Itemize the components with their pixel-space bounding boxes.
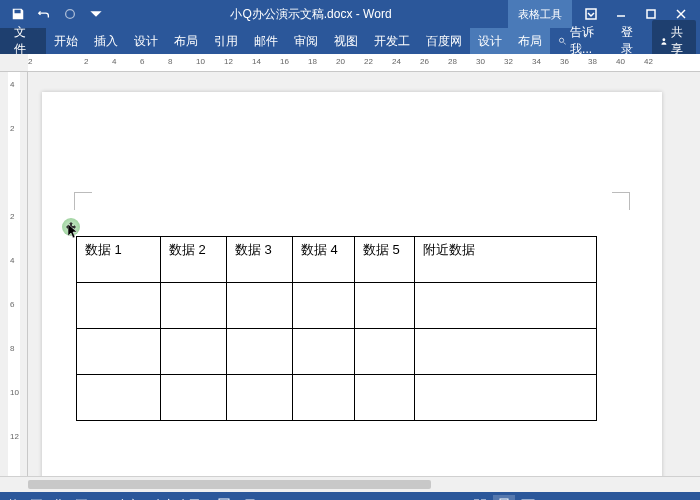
svg-line-6	[563, 42, 565, 44]
table-cell[interactable]	[227, 375, 293, 421]
print-layout-button[interactable]	[493, 495, 515, 500]
tab-references[interactable]: 引用	[206, 28, 246, 54]
table-cell[interactable]: 数据 1	[77, 237, 161, 283]
table-cell[interactable]	[355, 375, 415, 421]
vertical-scrollbar[interactable]	[684, 72, 700, 476]
tell-me-search[interactable]: 告诉我...	[550, 24, 611, 58]
status-bar: 第 1 页，共 1 页 19 个字 中文(中国) − + 100%	[0, 492, 700, 500]
horizontal-ruler[interactable]: 224681012141618202224262830323436384042	[0, 54, 700, 72]
tab-design[interactable]: 设计	[126, 28, 166, 54]
table-cell[interactable]	[293, 329, 355, 375]
horizontal-scrollbar[interactable]	[28, 477, 700, 492]
table-cell[interactable]	[161, 329, 227, 375]
vertical-ruler[interactable]: 4224681012	[0, 72, 28, 476]
view-buttons	[469, 495, 539, 500]
table-row	[77, 375, 597, 421]
table-cell[interactable]	[77, 329, 161, 375]
qat-dropdown[interactable]	[84, 2, 108, 26]
table-cell[interactable]	[293, 283, 355, 329]
svg-point-7	[663, 38, 666, 41]
tell-me-label: 告诉我...	[570, 24, 603, 58]
ribbon-tabs: 文件 开始 插入 设计 布局 引用 邮件 审阅 视图 开发工 百度网 设计 布局…	[0, 28, 700, 54]
scroll-thumb[interactable]	[28, 480, 431, 489]
table-cell[interactable]	[355, 283, 415, 329]
tab-view[interactable]: 视图	[326, 28, 366, 54]
svg-rect-2	[647, 10, 655, 18]
page[interactable]: 数据 1 数据 2 数据 3 数据 4 数据 5 附近数据	[42, 92, 662, 476]
tab-table-design[interactable]: 设计	[470, 28, 510, 54]
tab-baidu[interactable]: 百度网	[418, 28, 470, 54]
table-cell[interactable]: 附近数据	[415, 237, 597, 283]
tab-insert[interactable]: 插入	[86, 28, 126, 54]
minimize-button[interactable]	[606, 2, 636, 26]
page-indicator[interactable]: 第 1 页，共 1 页	[8, 497, 87, 501]
language-indicator[interactable]: 中文(中国)	[153, 497, 204, 501]
table-row: 数据 1 数据 2 数据 3 数据 4 数据 5 附近数据	[77, 237, 597, 283]
save-button[interactable]	[6, 2, 30, 26]
table-row	[77, 283, 597, 329]
table-cell[interactable]: 数据 5	[355, 237, 415, 283]
margin-corner-tr	[612, 192, 630, 210]
table-cell[interactable]: 数据 4	[293, 237, 355, 283]
table-cell[interactable]	[161, 375, 227, 421]
document-title: 小Q办公演示文稿.docx - Word	[114, 6, 508, 23]
tab-mailings[interactable]: 邮件	[246, 28, 286, 54]
tab-layout[interactable]: 布局	[166, 28, 206, 54]
tab-table-layout[interactable]: 布局	[510, 28, 550, 54]
table-cell[interactable]	[355, 329, 415, 375]
table-cell[interactable]	[415, 375, 597, 421]
file-tab[interactable]: 文件	[0, 28, 46, 54]
table-row	[77, 329, 597, 375]
table-cell[interactable]	[415, 283, 597, 329]
tab-review[interactable]: 审阅	[286, 28, 326, 54]
svg-point-5	[559, 38, 563, 42]
table-cell[interactable]	[161, 283, 227, 329]
table-cell[interactable]: 数据 3	[227, 237, 293, 283]
document-area[interactable]: 数据 1 数据 2 数据 3 数据 4 数据 5 附近数据	[28, 72, 700, 476]
svg-rect-0	[586, 9, 596, 19]
ribbon-options-button[interactable]	[576, 2, 606, 26]
read-mode-button[interactable]	[469, 495, 491, 500]
horizontal-scroll-area	[0, 476, 700, 492]
web-layout-button[interactable]	[517, 495, 539, 500]
table-cell[interactable]	[77, 283, 161, 329]
table-cell[interactable]: 数据 2	[161, 237, 227, 283]
table-cell[interactable]	[415, 329, 597, 375]
table-cell[interactable]	[227, 329, 293, 375]
table-cell[interactable]	[227, 283, 293, 329]
tab-home[interactable]: 开始	[46, 28, 86, 54]
workspace: 4224681012 数据 1 数据 2 数据 3 数据 4 数据 5 附近数据	[0, 72, 700, 476]
table-cell[interactable]	[293, 375, 355, 421]
undo-button[interactable]	[32, 2, 56, 26]
share-label: 共享	[671, 24, 688, 58]
login-button[interactable]: 登录	[611, 24, 649, 58]
redo-button[interactable]	[58, 2, 82, 26]
word-count[interactable]: 19 个字	[101, 497, 138, 501]
table-cell[interactable]	[77, 375, 161, 421]
tab-developer[interactable]: 开发工	[366, 28, 418, 54]
margin-corner-tl	[74, 192, 92, 210]
quick-access-toolbar	[0, 2, 114, 26]
cursor-icon	[68, 224, 80, 240]
document-table[interactable]: 数据 1 数据 2 数据 3 数据 4 数据 5 附近数据	[76, 236, 597, 421]
